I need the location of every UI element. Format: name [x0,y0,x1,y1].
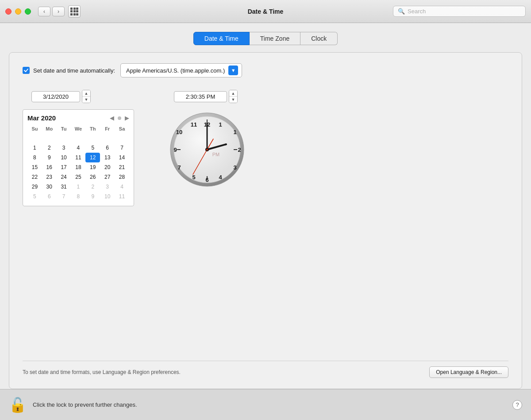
help-button[interactable]: ? [512,400,522,410]
cal-day[interactable]: 22 [27,172,42,182]
cal-day[interactable]: 15 [27,162,42,172]
cal-day[interactable]: 2 [42,143,57,153]
cal-day-other[interactable]: 11 [115,192,129,201]
footer: 🔓 Click the lock to prevent further chan… [0,389,531,420]
cal-day[interactable]: 28 [115,172,129,182]
cal-day[interactable]: 14 [115,153,129,162]
svg-text:4: 4 [219,174,222,181]
cal-day[interactable]: 3 [57,143,71,153]
cal-day[interactable]: 17 [57,162,71,172]
search-box[interactable]: 🔍 [393,6,526,17]
cal-day[interactable]: 13 [100,153,115,162]
cal-day[interactable] [71,133,86,143]
settings-panel: Set date and time automatically: Apple A… [9,52,522,389]
cal-day[interactable]: 31 [57,182,71,192]
minimize-button[interactable] [15,8,21,15]
open-language-button[interactable]: Open Language & Region... [429,366,508,378]
search-input[interactable] [408,8,521,15]
tab-date-time[interactable]: Date & Time [193,32,250,45]
time-decrement[interactable]: ▼ [229,96,237,103]
calendar-month-year: Mar 2020 [27,114,56,122]
cal-day-other[interactable]: 9 [85,192,100,201]
time-increment[interactable]: ▲ [229,90,237,96]
cal-day[interactable]: 29 [27,182,42,192]
svg-text:3: 3 [233,164,236,171]
bottom-info-text: To set date and time formats, use Langua… [23,369,181,375]
search-icon: 🔍 [398,8,405,15]
cal-day[interactable] [115,133,129,143]
cal-day[interactable]: 26 [85,172,100,182]
cal-day[interactable]: 11 [71,153,86,162]
cal-day[interactable]: 10 [57,153,71,162]
cal-day[interactable]: 21 [115,162,129,172]
calendar-next[interactable]: ▶ [125,115,129,121]
cal-day-other[interactable]: 1 [71,182,86,192]
cal-day[interactable]: 5 [85,143,100,153]
checkbox-wrapper: Set date and time automatically: [23,67,115,74]
cal-day[interactable]: 9 [42,153,57,162]
svg-text:11: 11 [191,121,197,128]
cal-day[interactable]: 6 [100,143,115,153]
cal-day-selected[interactable]: 12 [85,153,100,162]
back-button[interactable]: ‹ [38,7,50,16]
grid-view-button[interactable] [68,5,81,18]
tab-clock[interactable]: Clock [300,32,338,45]
svg-text:10: 10 [176,129,182,135]
time-column: 2:30:35 PM ▲ ▼ [169,90,245,206]
date-field[interactable]: 3/12/2020 [31,91,80,102]
cal-day[interactable]: 4 [71,143,86,153]
lock-icon[interactable]: 🔓 [9,398,27,412]
cal-day[interactable]: 19 [85,162,100,172]
close-button[interactable] [5,8,12,15]
cal-day[interactable] [57,133,71,143]
grid-icon [70,8,78,15]
cal-day[interactable]: 23 [42,172,57,182]
cal-day[interactable]: 30 [42,182,57,192]
cal-day-other[interactable]: 4 [115,182,129,192]
cal-day[interactable]: 27 [100,172,115,182]
table-row: 5 6 7 8 9 10 11 [27,192,129,201]
calendar-prev[interactable]: ◀ [110,115,114,121]
cal-day[interactable] [27,133,42,143]
svg-text:6: 6 [205,177,208,183]
tab-bar: Date & Time Time Zone Clock [0,32,531,45]
cal-day[interactable]: 20 [100,162,115,172]
cal-day-other[interactable]: 2 [85,182,100,192]
svg-point-24 [206,149,208,150]
cal-day-other[interactable]: 7 [57,192,71,201]
time-field[interactable]: 2:30:35 PM [174,91,227,102]
cal-day[interactable]: 8 [27,153,42,162]
weekday-su: Su [27,125,42,133]
cal-day[interactable]: 16 [42,162,57,172]
cal-day[interactable]: 1 [27,143,42,153]
cal-day[interactable] [42,133,57,143]
calendar-today-dot [118,116,121,120]
weekday-tu: Tu [57,125,71,133]
cal-day[interactable]: 7 [115,143,129,153]
cal-day[interactable] [85,133,100,143]
tab-time-zone[interactable]: Time Zone [250,32,300,45]
cal-day-other[interactable]: 8 [71,192,86,201]
maximize-button[interactable] [25,8,31,15]
time-stepper: ▲ ▼ [229,90,238,103]
cal-day-other[interactable]: 10 [100,192,115,201]
auto-label: Set date and time automatically: [33,67,115,74]
cal-day[interactable]: 24 [57,172,71,182]
cal-day-other[interactable]: 5 [27,192,42,201]
bottom-info: To set date and time formats, use Langua… [23,361,508,378]
calendar-header: Mar 2020 ◀ ▶ [27,114,129,122]
auto-checkbox[interactable] [23,67,30,74]
server-dropdown[interactable]: Apple Americas/U.S. (time.apple.com.) ▼ [120,63,242,77]
date-increment[interactable]: ▲ [82,90,90,96]
cal-day-other[interactable]: 3 [100,182,115,192]
nav-buttons: ‹ › [38,7,65,16]
svg-text:1: 1 [233,129,236,135]
cal-day[interactable]: 25 [71,172,86,182]
cal-day-other[interactable]: 6 [42,192,57,201]
weekday-we: We [71,125,86,133]
forward-button[interactable]: › [52,7,65,16]
weekday-mo: Mo [42,125,57,133]
cal-day[interactable]: 18 [71,162,86,172]
cal-day[interactable] [100,133,115,143]
date-decrement[interactable]: ▼ [82,96,90,103]
